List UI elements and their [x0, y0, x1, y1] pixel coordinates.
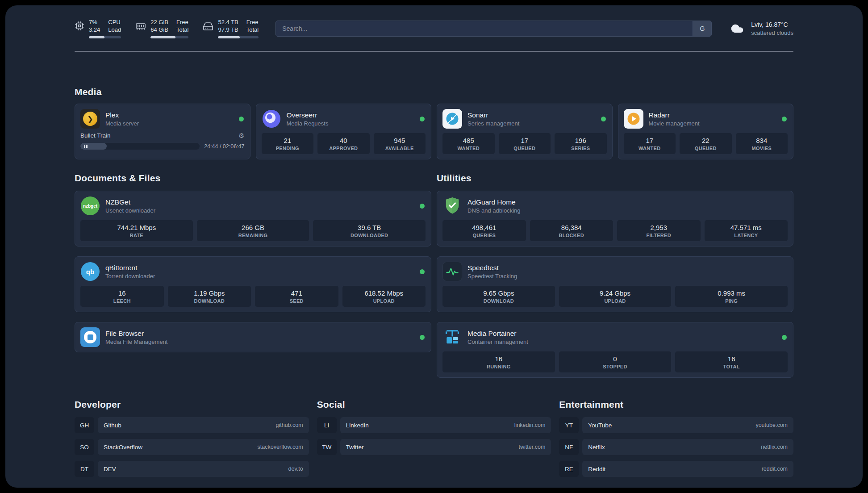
speedtest-icon: [442, 262, 462, 281]
disk-total: 97.9 TB: [218, 26, 238, 34]
bookmark-youtube[interactable]: YT YouTube youtube.com: [559, 417, 793, 433]
weather-location: Lviv, 16.87°C: [751, 21, 793, 29]
service-description: Torrent downloader: [105, 273, 414, 280]
bookmark-domain: stackoverflow.com: [258, 444, 303, 450]
stat-label: STOPPED: [561, 364, 670, 369]
disk-icon: [203, 21, 213, 32]
stat-value: 39.6 TB: [315, 224, 424, 231]
stat-label: DOWNLOAD: [170, 298, 250, 304]
memory-free: 22 GiB: [150, 19, 168, 26]
service-card-portainer[interactable]: Media Portainer Container management 16 …: [437, 322, 793, 378]
stat-label: QUEUED: [501, 146, 549, 151]
bookmark-name: StackOverflow: [104, 444, 142, 451]
service-card-sonarr[interactable]: Sonarr Series management 485 WANTED 17 Q…: [437, 104, 613, 159]
stat-label: BLOCKED: [532, 233, 612, 238]
service-description: Movie management: [649, 120, 777, 127]
now-playing-widget: Bullet Train ⚙ 24:44 / 02:06:47: [80, 132, 245, 150]
bookmark-reddit[interactable]: RE Reddit reddit.com: [559, 461, 793, 477]
section-title-documents: Documents & Files: [75, 173, 431, 184]
weather-condition: scattered clouds: [751, 29, 793, 37]
stat-value: 17: [626, 137, 674, 144]
stat-label: PING: [677, 298, 786, 304]
disk-label-bottom: Total: [246, 26, 259, 34]
stat-value: 47.571 ms: [706, 224, 786, 231]
pause-icon[interactable]: [84, 145, 85, 148]
bookmark-abbr: DT: [75, 461, 94, 477]
stat-label: MOVIES: [738, 146, 786, 151]
service-card-overseerr[interactable]: Overseerr Media Requests 21 PENDING 40 A…: [256, 104, 432, 159]
bookmark-linkedin[interactable]: LI LinkedIn linkedin.com: [317, 417, 551, 433]
stat-label: UPLOAD: [561, 298, 670, 304]
stat-upload: 9.24 Gbps UPLOAD: [559, 286, 672, 307]
stat-label: UPLOAD: [344, 298, 424, 304]
stat-value: 834: [738, 137, 786, 144]
service-card-radarr[interactable]: Radarr Movie management 17 WANTED 22 QUE…: [618, 104, 794, 159]
bookmark-abbr: RE: [559, 461, 579, 477]
bookmark-netflix[interactable]: NF Netflix netflix.com: [559, 439, 793, 455]
bookmark-twitter[interactable]: TW Twitter twitter.com: [317, 439, 551, 455]
service-card-speedtest[interactable]: Speedtest Speedtest Tracking 9.65 Gbps D…: [437, 256, 793, 312]
stat-label: REMAINING: [199, 233, 308, 238]
service-name: File Browser: [105, 330, 414, 338]
service-name: Media Portainer: [467, 330, 776, 338]
nzbget-icon: nzbget: [80, 196, 100, 216]
stat-running: 16 RUNNING: [442, 351, 555, 372]
service-name: AdGuard Home: [467, 198, 788, 206]
status-dot: [420, 117, 425, 121]
bookmark-domain: youtube.com: [755, 422, 788, 428]
bookmark-name: YouTube: [588, 422, 612, 429]
bookmark-name: LinkedIn: [346, 422, 369, 429]
search-input[interactable]: [276, 21, 693, 36]
stat-value: 618.52 Mbps: [344, 289, 424, 297]
sonarr-icon: [442, 109, 462, 129]
stat-total: 16 TOTAL: [675, 351, 788, 372]
stat-label: LEECH: [82, 298, 162, 304]
dashboard: 7% 3.24 CPU Load: [5, 5, 863, 488]
section-title-utilities: Utilities: [437, 173, 793, 184]
service-card-qbittorrent[interactable]: qb qBittorrent Torrent downloader 16: [75, 256, 431, 312]
stat-label: WANTED: [626, 146, 674, 151]
gear-icon[interactable]: ⚙: [238, 132, 244, 139]
playback-progress-bar[interactable]: [80, 143, 200, 150]
stat-movies: 834 MOVIES: [736, 133, 788, 154]
stat-upload: 618.52 Mbps UPLOAD: [342, 286, 426, 307]
portainer-icon: [442, 327, 462, 347]
cpu-progress-bar: [89, 36, 121, 38]
resource-widgets: 7% 3.24 CPU Load: [75, 19, 259, 39]
stat-value: 40: [319, 137, 368, 144]
status-dot: [601, 117, 606, 121]
cpu-load: 3.24: [89, 26, 100, 34]
bookmark-stackoverflow[interactable]: SO StackOverflow stackoverflow.com: [75, 439, 309, 455]
stat-label: FILTERED: [619, 233, 699, 238]
section-title-social: Social: [317, 399, 551, 410]
stat-series: 196 SERIES: [555, 133, 607, 154]
memory-label-bottom: Total: [176, 26, 188, 34]
service-card-plex[interactable]: ❯ Plex Media server Bullet Train ⚙: [75, 104, 250, 159]
stat-label: QUEUED: [681, 146, 730, 151]
bookmark-domain: twitter.com: [519, 444, 546, 450]
bookmark-dev[interactable]: DT DEV dev.to: [75, 461, 309, 477]
service-card-filebrowser[interactable]: File Browser Media File Management: [75, 322, 431, 352]
memory-label-top: Free: [176, 19, 188, 26]
service-card-adguard[interactable]: AdGuard Home DNS and adblocking 498,461 …: [437, 191, 793, 246]
stat-label: LATENCY: [706, 233, 786, 238]
filebrowser-icon: [80, 327, 100, 347]
bookmark-abbr: YT: [559, 417, 579, 433]
stat-value: 21: [263, 137, 312, 144]
service-card-nzbget[interactable]: nzbget NZBGet Usenet downloader 744.21 M…: [75, 191, 431, 246]
bookmark-domain: github.com: [276, 422, 303, 428]
now-playing-title: Bullet Train: [80, 132, 111, 139]
cpu-label-bottom: Load: [108, 26, 121, 34]
service-description: Usenet downloader: [105, 207, 414, 214]
stat-value: 945: [376, 137, 424, 144]
search-provider-button[interactable]: G: [693, 21, 711, 36]
stat-label: AVAILABLE: [376, 146, 424, 151]
bookmark-domain: reddit.com: [762, 466, 788, 472]
service-name: Radarr: [649, 111, 777, 119]
stat-wanted: 17 WANTED: [624, 133, 676, 154]
stat-label: RUNNING: [444, 364, 553, 369]
stat-value: 1.19 Gbps: [170, 289, 250, 297]
bookmark-github[interactable]: GH Github github.com: [75, 417, 309, 433]
cpu-label-top: CPU: [108, 19, 121, 26]
memory-widget: 22 GiB 64 GiB Free Total: [135, 19, 188, 39]
